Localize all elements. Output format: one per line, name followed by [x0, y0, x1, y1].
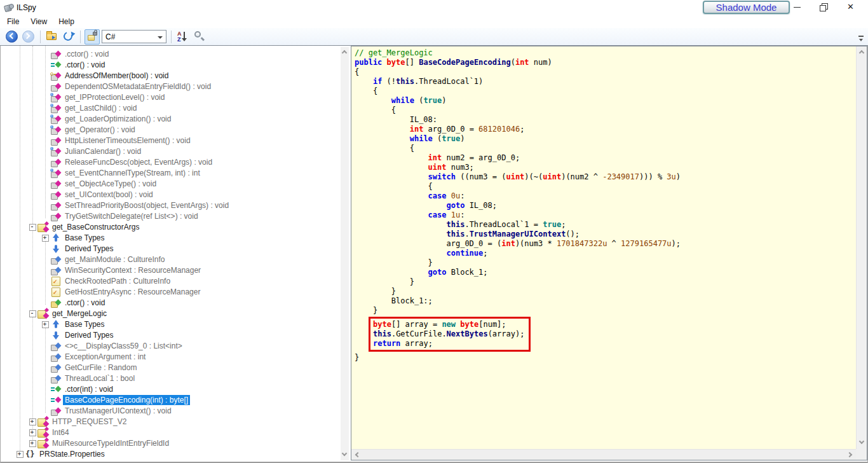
expander-spacer [41, 156, 50, 167]
scroll-up-icon[interactable] [342, 50, 347, 55]
expander-plus-icon[interactable] [41, 232, 50, 243]
window-title: ILSpy [17, 3, 36, 12]
tree-item[interactable]: WinSecurityContext : ResourceManager [1, 265, 341, 275]
tree-item[interactable]: Base Types [1, 232, 341, 243]
expander-minus-icon[interactable] [29, 221, 37, 232]
menu-help[interactable]: Help [53, 15, 80, 28]
member-box-icon [88, 35, 95, 41]
tree-item[interactable]: .ctor() : void [1, 59, 341, 70]
scroll-up-icon[interactable] [859, 50, 864, 55]
method-icon [50, 179, 63, 189]
menu-file[interactable]: File [1, 15, 25, 28]
tree-item[interactable]: HttpListenerTimeoutsElement() : void [1, 135, 341, 146]
tree-item-label: .cctor() : void [63, 49, 111, 59]
tree-item[interactable]: set_UIContext(bool) : void [1, 189, 341, 200]
tree-item[interactable]: get_Operator() : void [1, 124, 341, 135]
tree-item[interactable]: ExceptionArgument : int [1, 351, 341, 362]
sort-az-icon[interactable]: AZ [175, 29, 191, 45]
expander-spacer [41, 373, 50, 384]
search-icon[interactable] [192, 29, 207, 45]
tree-item[interactable]: .cctor() : void [1, 48, 341, 59]
expander-plus-icon[interactable] [29, 416, 37, 427]
expander-plus-icon[interactable] [16, 448, 25, 459]
back-icon[interactable] [4, 29, 20, 45]
minimize-icon[interactable] [788, 0, 806, 14]
dia-overlay-icon [44, 415, 49, 420]
code-line: uint num3; [355, 163, 856, 172]
scroll-down-icon[interactable] [342, 451, 347, 456]
tree-item[interactable]: .ctor() : void [1, 297, 341, 308]
scroll-down-icon[interactable] [859, 439, 864, 444]
tree-item[interactable]: Derived Types [1, 329, 341, 340]
scroll-left-icon[interactable] [355, 452, 360, 457]
tree-item[interactable]: MuiResourceTypeIdIntEntryFieldId [1, 438, 341, 448]
expander-plus-icon[interactable] [29, 427, 37, 438]
toolbar-overflow-icon[interactable] [857, 35, 865, 43]
ctor-icon [50, 384, 63, 394]
visibility-toggle-button[interactable] [85, 29, 100, 45]
tree-item[interactable]: ThreadLocal`1 : bool [1, 373, 341, 384]
method-icon [50, 103, 63, 113]
expander-plus-icon[interactable] [29, 438, 37, 448]
tree-item[interactable]: GetCurFile : Random [1, 362, 341, 373]
code-vertical-scrollbar[interactable] [856, 46, 867, 449]
expander-plus-icon[interactable] [41, 319, 50, 329]
tree-scrollbar[interactable] [341, 47, 349, 460]
code-line: { [355, 182, 856, 191]
menu-view[interactable]: View [25, 15, 53, 28]
tree-item-label: ExceptionArgument : int [63, 352, 147, 362]
expander-spacer [41, 102, 50, 113]
forward-icon[interactable] [21, 29, 36, 45]
tree-item[interactable]: Derived Types [1, 243, 341, 254]
tree-item[interactable]: set_ObjectAceType() : void [1, 178, 341, 189]
tree-item-label: GetCurFile : Random [63, 363, 139, 373]
method-icon [50, 211, 63, 221]
tree-item[interactable]: TryGetSwitchDelegate(ref List<>) : void [1, 211, 341, 221]
tree-item[interactable]: PRState.Properties [1, 448, 341, 459]
code-line: int num2 = arg_0D_0; [355, 153, 856, 163]
tree-item[interactable]: HTTP_REQUEST_V2 [1, 416, 341, 427]
tree-item-label: WinSecurityContext : ResourceManager [63, 265, 203, 275]
tree-item[interactable]: GetHostEntryAsync : ResourceManager [1, 286, 341, 297]
tree-item-label: TryGetSwitchDelegate(ref List<>) : void [63, 211, 200, 221]
lock-icon [93, 32, 97, 36]
tree-item[interactable]: SetThreadPriorityBoost(object, EventArgs… [1, 200, 341, 211]
code-horizontal-scrollbar[interactable] [351, 449, 856, 460]
tree-item[interactable]: set_EventChannelType(Stream, int) : int [1, 167, 341, 178]
expander-spacer [41, 297, 50, 308]
scroll-right-icon[interactable] [847, 452, 852, 457]
tree-item[interactable]: ReleaseFuncDesc(object, EventArgs) : voi… [1, 156, 341, 167]
tree-item[interactable]: TrustManagerUIContext() : void [1, 405, 341, 416]
class-icon [37, 222, 50, 232]
tree-item[interactable]: BaseCodePageEncoding(int) : byte[] [1, 394, 341, 405]
tree-item-label: get_MainModule : CultureInfo [63, 254, 166, 265]
tree-item-label: get_LastChild() : void [63, 103, 139, 113]
tree-item[interactable]: JulianCalendar() : void [1, 146, 341, 156]
refresh-icon[interactable] [61, 29, 76, 45]
tree-item[interactable]: .ctor(int) : void [1, 384, 341, 394]
tree-item[interactable]: AddressOfMember(bool) : void [1, 70, 341, 81]
tree-item-label: JulianCalendar() : void [63, 146, 143, 156]
tree-item[interactable]: <>c__DisplayClass59_0 : List<int> [1, 340, 341, 351]
restore-icon[interactable] [814, 0, 832, 14]
open-assembly-icon[interactable] [44, 29, 60, 45]
arrow-down-icon [50, 244, 63, 254]
language-selector[interactable]: C# [102, 30, 166, 43]
tree-item-label: get_Operator() : void [63, 125, 137, 135]
tree-item[interactable]: get_BaseConstructorArgs [1, 221, 341, 232]
code-line: goto Block_1; [355, 268, 856, 277]
tree-item[interactable]: Int64 [1, 427, 341, 438]
tree-item[interactable]: get_LoaderOptimization() : void [1, 113, 341, 124]
tree-item[interactable]: Base Types [1, 319, 341, 329]
close-icon[interactable] [842, 0, 860, 14]
tree-item[interactable]: get_MainModule : CultureInfo [1, 254, 341, 265]
tree-item[interactable]: get_MergeLogic [1, 308, 341, 319]
tree-item[interactable]: get_IPProtectionLevel() : void [1, 92, 341, 102]
expander-minus-icon[interactable] [29, 308, 37, 319]
code-line: case 1u: [355, 211, 856, 220]
tree-item[interactable]: DependentOSMetadataEntryFieldId() : void [1, 81, 341, 92]
tree-item[interactable]: get_LastChild() : void [1, 102, 341, 113]
shadow-mode-button[interactable]: Shadow Mode [703, 1, 790, 14]
expander-spacer [41, 254, 50, 265]
tree-item[interactable]: CheckRootedPath : CultureInfo [1, 275, 341, 286]
